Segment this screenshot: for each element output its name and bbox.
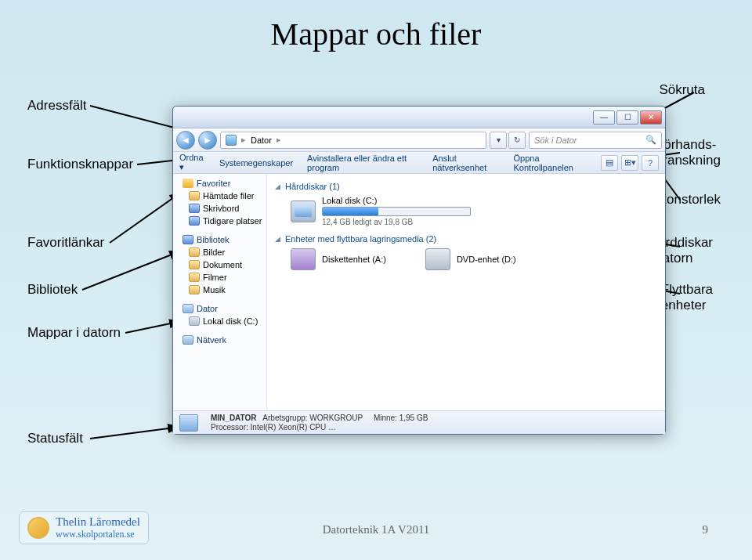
floppy-icon [291, 248, 316, 270]
toolbar-ordna[interactable]: Ordna ▾ [179, 153, 205, 172]
breadcrumb-sep: ▸ [277, 135, 281, 145]
toolbar-system[interactable]: Systemegenskaper [219, 158, 293, 168]
status-bar: MIN_DATOR Arbetsgrupp: WORKGROUP Minne: … [173, 410, 665, 434]
label-adressfalt: Adressfält [27, 98, 87, 114]
toolbar-kontrollpanel[interactable]: Öppna Kontrollpanelen [514, 154, 587, 172]
dvd-icon [425, 248, 450, 270]
dropdown-button[interactable]: ▾ [490, 132, 507, 149]
folder-icon [189, 260, 200, 269]
minimize-button[interactable]: — [593, 110, 615, 125]
library-icon [183, 235, 193, 244]
window-body: Favoriter Hämtade filer Skrivbord Tidiga… [173, 174, 665, 410]
collapse-icon: ◢ [275, 182, 280, 190]
svg-line-3 [110, 192, 182, 243]
status-memory: Minne: 1,95 GB [374, 414, 428, 422]
status-computer-name: MIN_DATOR [211, 414, 257, 422]
network-icon [183, 335, 193, 345]
navigation-pane: Favoriter Hämtade filer Skrivbord Tidiga… [173, 174, 267, 410]
group-flyttbara[interactable]: ◢Enheter med flyttbara lagringsmedia (2) [275, 234, 657, 244]
forward-button[interactable]: ► [198, 131, 217, 150]
toolbar: Ordna ▾ Systemegenskaper Avinstallera el… [173, 152, 665, 174]
desktop-icon [189, 204, 200, 213]
footer-center: Datorteknik 1A V2011 [0, 523, 752, 537]
label-statusfalt: Statusfält [27, 431, 83, 446]
search-input[interactable]: Sök i Dator 🔍 [529, 132, 662, 149]
sidebar-musik[interactable]: Musik [173, 284, 266, 296]
breadcrumb-root: Dator [251, 135, 272, 145]
disk-name: Lokal disk (C:) [322, 196, 471, 205]
label-favoritlankar: Favoritlänkar [27, 235, 104, 251]
address-bar: ◄ ► ▸ Dator ▸ ▾ ↻ Sök i Dator 🔍 [173, 128, 665, 152]
search-placeholder: Sök i Dator [534, 135, 577, 145]
page-number: 9 [703, 523, 709, 537]
computer-icon [226, 135, 237, 146]
star-icon [183, 179, 193, 188]
group-harddiskar[interactable]: ◢Hårddiskar (1) [275, 182, 657, 191]
maximize-button[interactable]: ☐ [616, 110, 638, 125]
content-pane: ◢Hårddiskar (1) Lokal disk (C:) 12,4 GB … [267, 174, 665, 410]
sidebar-hamtade[interactable]: Hämtade filer [173, 190, 266, 202]
collapse-icon: ◢ [275, 235, 280, 243]
breadcrumb-sep: ▸ [241, 135, 246, 145]
drive-icon [189, 316, 200, 326]
sidebar-favoriter[interactable]: Favoriter [173, 177, 266, 190]
breadcrumb[interactable]: ▸ Dator ▸ [220, 132, 486, 149]
refresh-button[interactable]: ↻ [508, 132, 526, 149]
dvd-label: DVD-enhet (D:) [457, 255, 516, 264]
computer-icon [179, 414, 198, 432]
floppy-item[interactable]: Diskettenhet (A:) [291, 248, 386, 270]
back-button[interactable]: ◄ [176, 131, 195, 150]
sidebar-bilder[interactable]: Bilder [173, 246, 266, 258]
help-button[interactable]: ? [642, 155, 659, 171]
status-processor: Processor: Intel(R) Xeon(R) CPU … [211, 423, 428, 432]
label-ikonstorlek: Ikonstorlek [656, 192, 721, 208]
preview-pane-button[interactable]: ▤ [601, 155, 618, 171]
svg-line-6 [90, 427, 180, 439]
disk-usage-bar [322, 207, 471, 216]
sidebar-skrivbord[interactable]: Skrivbord [173, 202, 266, 215]
folder-icon [189, 273, 200, 282]
label-funktionsknappar: Funktionsknappar [27, 157, 133, 172]
sidebar-bibliotek[interactable]: Bibliotek [173, 233, 266, 246]
sidebar-tidigare[interactable]: Tidigare platser [173, 215, 266, 227]
floppy-label: Diskettenhet (A:) [322, 255, 386, 264]
toolbar-avinstallera[interactable]: Avinstallera eller ändra ett program [307, 154, 418, 172]
label-bibliotek: Bibliotek [27, 282, 78, 298]
search-icon: 🔍 [645, 135, 656, 145]
sidebar-dokument[interactable]: Dokument [173, 258, 266, 271]
status-workgroup: Arbetsgrupp: WORKGROUP [262, 414, 363, 422]
sidebar-natverk[interactable]: Nätverk [173, 334, 266, 346]
folder-icon [189, 247, 200, 257]
label-sokruta: Sökruta [659, 82, 705, 98]
computer-icon [183, 304, 193, 313]
toolbar-anslut[interactable]: Anslut nätverksenhet [432, 154, 499, 172]
dvd-item[interactable]: DVD-enhet (D:) [425, 248, 516, 270]
folder-icon [189, 285, 200, 294]
sidebar-lokal-disk[interactable]: Lokal disk (C:) [173, 315, 266, 327]
sidebar-filmer[interactable]: Filmer [173, 271, 266, 284]
view-options-button[interactable]: ⊞▾ [621, 155, 638, 171]
sidebar-dator[interactable]: Dator [173, 302, 266, 315]
disk-item[interactable]: Lokal disk (C:) 12,4 GB ledigt av 19,8 G… [291, 196, 657, 226]
recent-icon [189, 216, 200, 226]
explorer-window: — ☐ ✕ ◄ ► ▸ Dator ▸ ▾ ↻ Sök i Dator 🔍 Or… [172, 106, 666, 435]
slide-title: Mappar och filer [0, 16, 752, 52]
label-flyttbara: Flyttbara enheter [661, 282, 713, 313]
titlebar: — ☐ ✕ [173, 107, 665, 128]
label-mappar: Mappar i datorn [27, 325, 121, 341]
folder-icon [189, 191, 200, 201]
close-button[interactable]: ✕ [640, 110, 662, 125]
svg-line-4 [82, 251, 182, 290]
harddisk-icon [291, 201, 316, 222]
disk-free-label: 12,4 GB ledigt av 19,8 GB [322, 218, 471, 226]
